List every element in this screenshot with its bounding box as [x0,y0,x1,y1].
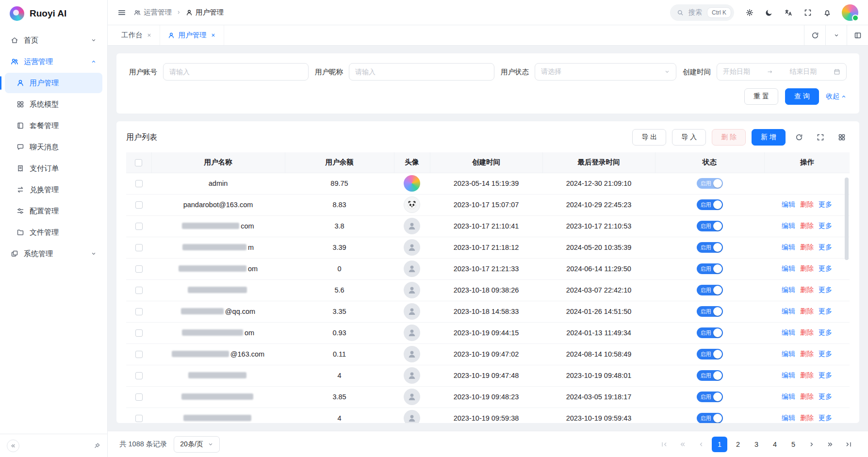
search-button[interactable]: 查 询 [785,88,819,105]
prev-5-pages-button[interactable] [675,437,690,452]
more-link[interactable]: 更多 [819,200,832,209]
edit-link[interactable]: 编辑 [782,371,795,380]
sidebar-subitem[interactable]: 文件管理 [5,222,102,243]
sidebar-item-home[interactable]: 首页 [5,30,102,50]
sidebar-subitem[interactable]: 系统模型 [5,94,102,114]
edit-link[interactable]: 编辑 [782,350,795,359]
edit-link[interactable]: 编辑 [782,414,795,423]
page-number[interactable]: 1 [712,437,727,452]
more-link[interactable]: 更多 [819,392,832,401]
prev-page-button[interactable] [693,437,709,452]
global-search[interactable]: 搜索 Ctrl K [670,4,734,21]
status-toggle[interactable]: 启用 [697,285,723,295]
breadcrumb-user-management[interactable]: 用户管理 [186,8,224,17]
row-checkbox[interactable] [135,308,143,315]
import-button[interactable]: 导 入 [672,129,706,146]
status-select[interactable]: 请选择 [535,63,676,81]
more-link[interactable]: 更多 [819,264,832,273]
more-link[interactable]: 更多 [819,222,832,230]
pin-sidebar-button[interactable] [94,442,100,449]
edit-link[interactable]: 编辑 [782,286,795,294]
status-toggle[interactable]: 启用 [697,392,723,402]
collapse-filters-link[interactable]: 收起 [826,92,847,101]
breadcrumb-operations[interactable]: 运营管理 [134,8,172,17]
close-icon[interactable] [147,33,152,38]
edit-link[interactable]: 编辑 [782,328,795,337]
row-checkbox[interactable] [135,415,143,422]
row-checkbox[interactable] [135,393,143,401]
tab-options-button[interactable] [825,25,847,45]
edit-link[interactable]: 编辑 [782,243,795,252]
status-toggle[interactable]: 启用 [697,221,723,231]
page-number[interactable]: 5 [786,437,801,452]
status-toggle[interactable]: 启用 [697,349,723,359]
delete-link[interactable]: 删除 [800,243,814,252]
delete-button[interactable]: 删 除 [712,129,746,146]
last-page-button[interactable] [841,437,856,452]
sidebar-subitem[interactable]: 配置管理 [5,201,102,221]
fullscreen-table-button[interactable] [813,130,828,145]
column-settings-button[interactable] [834,130,850,145]
delete-link[interactable]: 删除 [800,264,814,273]
status-toggle[interactable]: 启用 [697,413,723,423]
settings-button[interactable] [741,4,758,21]
delete-link[interactable]: 删除 [800,371,814,380]
delete-link[interactable]: 删除 [800,307,814,316]
refresh-table-button[interactable] [791,130,807,145]
nickname-input[interactable] [349,63,494,81]
delete-link[interactable]: 删除 [800,414,814,423]
row-checkbox[interactable] [135,372,143,379]
delete-link[interactable]: 删除 [800,286,814,294]
row-checkbox[interactable] [135,244,143,251]
edit-link[interactable]: 编辑 [782,222,795,230]
reset-button[interactable]: 重 置 [744,88,778,105]
sidebar-subitem[interactable]: 兑换管理 [5,180,102,200]
status-toggle[interactable]: 启用 [697,306,723,317]
delete-link[interactable]: 删除 [800,222,814,230]
status-toggle[interactable]: 启用 [697,199,723,210]
sidebar-subitem[interactable]: 用户管理 [5,73,102,93]
row-checkbox[interactable] [135,223,143,230]
sidebar-subitem[interactable]: 套餐管理 [5,115,102,136]
page-number[interactable]: 2 [730,437,746,452]
next-5-pages-button[interactable] [822,437,838,452]
sidebar-collapse-button[interactable] [7,440,19,452]
status-toggle[interactable]: 启用 [697,327,723,338]
sidebar-item-system[interactable]: 系统管理 [5,244,102,264]
delete-link[interactable]: 删除 [800,200,814,209]
more-link[interactable]: 更多 [819,414,832,423]
export-button[interactable]: 导 出 [632,129,666,146]
close-icon[interactable] [211,33,216,38]
row-checkbox[interactable] [135,180,143,187]
add-button[interactable]: 新 增 [752,129,786,146]
page-size-select[interactable]: 20条/页 [174,436,219,453]
row-checkbox[interactable] [135,351,143,358]
more-link[interactable]: 更多 [819,243,832,252]
more-link[interactable]: 更多 [819,371,832,380]
row-checkbox[interactable] [135,265,143,273]
date-range-picker[interactable]: 开始日期 结束日期 [717,63,847,81]
row-checkbox[interactable] [135,201,143,209]
sidebar-subitem[interactable]: 聊天消息 [5,137,102,157]
status-toggle[interactable]: 启用 [697,242,723,253]
row-checkbox[interactable] [135,329,143,337]
fullscreen-button[interactable] [799,4,817,21]
next-page-button[interactable] [804,437,819,452]
tab[interactable]: 用户管理 [160,25,224,45]
more-link[interactable]: 更多 [819,286,832,294]
tab[interactable]: 工作台 [114,25,160,45]
delete-link[interactable]: 删除 [800,328,814,337]
page-number[interactable]: 3 [749,437,764,452]
dark-mode-button[interactable] [760,4,778,21]
status-toggle[interactable]: 启用 [697,370,723,381]
sidebar-subitem[interactable]: 支付订单 [5,158,102,179]
table-scrollbar[interactable] [845,178,849,260]
account-input[interactable] [163,63,309,81]
sidebar-item-operations[interactable]: 运营管理 [5,51,102,72]
user-avatar[interactable] [842,4,858,21]
row-checkbox[interactable] [135,287,143,294]
edit-link[interactable]: 编辑 [782,264,795,273]
more-link[interactable]: 更多 [819,328,832,337]
status-toggle[interactable]: 启用 [697,178,723,189]
status-toggle[interactable]: 启用 [697,263,723,274]
